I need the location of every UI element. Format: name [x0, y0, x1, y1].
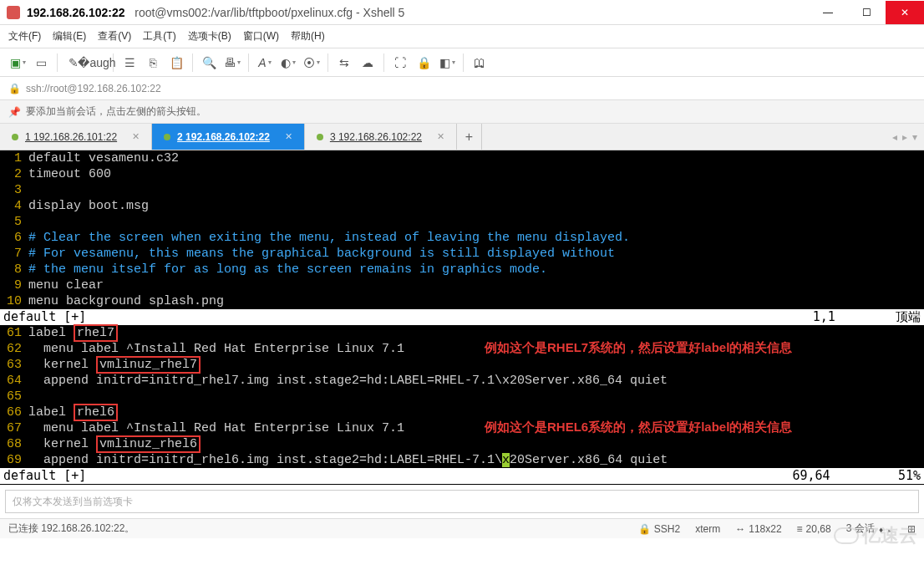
tab-next-icon[interactable]: ▸: [902, 131, 907, 143]
menu-file[interactable]: 文件(F): [8, 29, 41, 43]
status-dot-icon: [164, 134, 170, 140]
properties-icon[interactable]: ☰: [119, 52, 140, 74]
tab-2[interactable]: 2 192.168.26.102:22 ✕: [152, 124, 305, 150]
tab-label: 1 192.168.26.101:22: [25, 131, 117, 143]
tunneling-icon[interactable]: ⇆: [333, 52, 355, 74]
fullscreen-icon[interactable]: ⛶: [389, 52, 411, 74]
menu-window[interactable]: 窗口(W): [243, 29, 279, 43]
tab-1[interactable]: 1 192.168.26.101:22 ✕: [0, 124, 152, 150]
copy-icon[interactable]: ⎘: [142, 52, 164, 74]
cloud-icon: [834, 527, 859, 544]
menu-tools[interactable]: 工具(T): [143, 29, 175, 43]
disconnect-icon[interactable]: �augh: [86, 52, 108, 74]
menu-tabs[interactable]: 选项卡(B): [188, 29, 231, 43]
transparency-icon[interactable]: ◧▾: [436, 52, 458, 74]
tab-prev-icon[interactable]: ◂: [892, 131, 897, 143]
help-icon[interactable]: 🕮: [469, 52, 490, 74]
menu-view[interactable]: 查看(V): [98, 29, 131, 43]
tab-add-button[interactable]: +: [457, 124, 482, 150]
tip-text: 要添加当前会话，点击左侧的箭头按钮。: [26, 104, 206, 119]
search-icon[interactable]: 🔍: [198, 52, 220, 74]
title-path: root@vms002:/var/lib/tftpboot/pxelinux.c…: [135, 6, 404, 19]
annotation-rhel6: 例如这个是RHEL6系统的，然后设置好label的相关信息: [485, 419, 792, 435]
pin-icon[interactable]: 📌: [8, 106, 21, 118]
status-size: ↔ 118x22: [735, 523, 781, 535]
tab-nav: ◂ ▸ ▾: [886, 124, 924, 150]
minimize-button[interactable]: —: [809, 1, 847, 24]
statusbar: 已连接 192.168.26.102:22。 🔒 SSH2 xterm ↔ 11…: [0, 518, 924, 538]
encoding-icon[interactable]: ⦿▾: [301, 52, 322, 74]
window-buttons: — ☐ ✕: [809, 1, 924, 24]
menu-help[interactable]: 帮助(H): [291, 29, 325, 43]
tab-close-icon[interactable]: ✕: [285, 131, 292, 142]
compose-placeholder: 仅将文本发送到当前选项卡: [13, 495, 133, 509]
compose-input[interactable]: 仅将文本发送到当前选项卡: [5, 490, 919, 513]
tab-close-icon[interactable]: ✕: [132, 131, 140, 142]
figure-label: 图1-20: [0, 484, 49, 485]
menubar: 文件(F) 编辑(E) 查看(V) 工具(T) 选项卡(B) 窗口(W) 帮助(…: [0, 25, 924, 48]
title-host: 192.168.26.102:22: [27, 6, 125, 19]
status-dot-icon: [12, 134, 18, 140]
status-term: xterm: [695, 523, 720, 535]
tab-menu-icon[interactable]: ▾: [912, 131, 917, 143]
watermark: 亿速云: [834, 523, 917, 548]
tab-3[interactable]: 3 192.168.26.102:22 ✕: [305, 124, 457, 150]
address-url: ssh://root@192.168.26.102:22: [26, 83, 161, 94]
sftp-icon[interactable]: ☁: [357, 52, 378, 74]
status-dot-icon: [317, 134, 323, 140]
paste-icon[interactable]: 📋: [165, 52, 187, 74]
toolbar: ▣▾ ▭ ✎ �augh ☰ ⎘ 📋 🔍 🖶▾ A▾ ◐▾ ⦿▾ ⇆ ☁ ⛶ 🔒…: [0, 48, 924, 77]
annotation-rhel7: 例如这个是RHEL7系统的，然后设置好label的相关信息: [485, 339, 792, 355]
status-proto: 🔒 SSH2: [638, 523, 680, 535]
new-session-icon[interactable]: ▣▾: [7, 52, 28, 74]
titlebar: 192.168.26.102:22 root@vms002:/var/lib/t…: [0, 0, 924, 25]
color-icon[interactable]: ◐▾: [277, 52, 299, 74]
font-icon[interactable]: A▾: [254, 52, 276, 74]
status-rc: ≡ 20,68: [797, 523, 831, 535]
app-icon: [7, 6, 20, 19]
status-connection: 已连接 192.168.26.102:22。: [8, 522, 135, 536]
lock-small-icon: 🔒: [8, 83, 21, 94]
tab-strip: 1 192.168.26.101:22 ✕ 2 192.168.26.102:2…: [0, 124, 924, 150]
menu-edit[interactable]: 编辑(E): [53, 29, 86, 43]
tab-label: 3 192.168.26.102:22: [330, 131, 422, 143]
terminal[interactable]: 1default vesamenu.c322timeout 60034displ…: [0, 150, 924, 485]
tab-close-icon[interactable]: ✕: [437, 131, 444, 142]
tab-label: 2 192.168.26.102:22: [177, 131, 270, 143]
close-button[interactable]: ✕: [886, 1, 924, 24]
maximize-button[interactable]: ☐: [847, 1, 886, 24]
open-icon[interactable]: ▭: [30, 52, 52, 74]
window-title: 192.168.26.102:22 root@vms002:/var/lib/t…: [27, 6, 809, 19]
print-icon[interactable]: 🖶▾: [221, 52, 243, 74]
lock-icon[interactable]: 🔒: [413, 52, 434, 74]
tipbar: 📌 要添加当前会话，点击左侧的箭头按钮。: [0, 100, 924, 124]
addressbar[interactable]: 🔒 ssh://root@192.168.26.102:22: [0, 77, 924, 100]
